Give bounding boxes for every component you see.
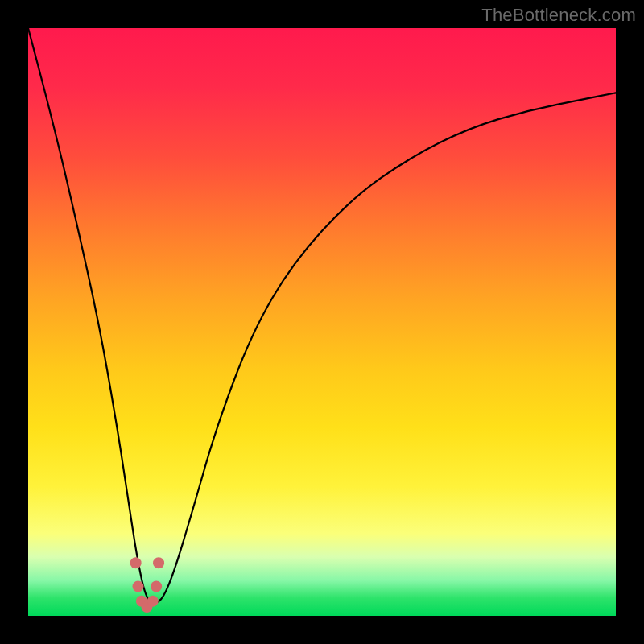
plot-area — [28, 28, 616, 616]
curve-marker — [147, 596, 159, 607]
curve-marker — [133, 581, 144, 592]
watermark-text: TheBottleneck.com — [481, 5, 636, 26]
bottleneck-curve — [28, 28, 616, 603]
chart-frame: TheBottleneck.com — [0, 0, 644, 644]
curve-marker — [130, 557, 142, 568]
curve-marker — [153, 557, 164, 568]
curve-markers — [130, 557, 164, 613]
curve-svg — [28, 28, 616, 616]
curve-marker — [151, 581, 162, 592]
